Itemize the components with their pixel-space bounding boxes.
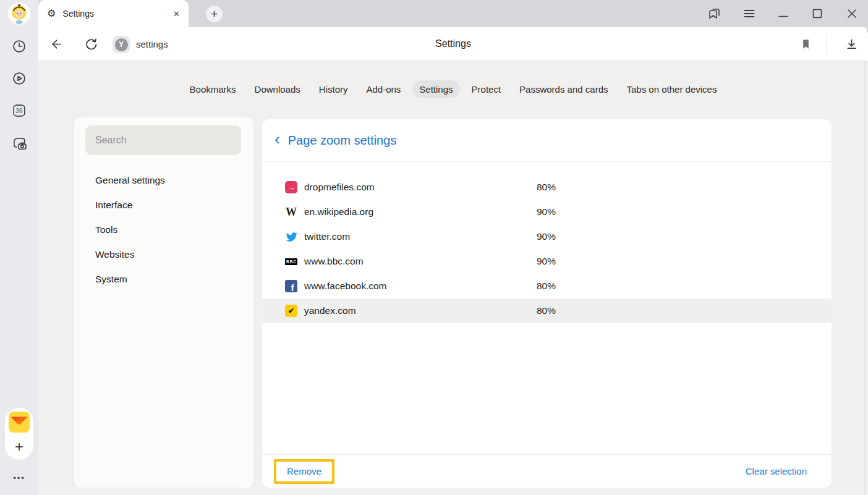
site-name: yandex.com xyxy=(304,305,356,316)
sidebar-item-system[interactable]: System xyxy=(74,267,253,292)
nav-addons[interactable]: Add-ons xyxy=(359,80,407,98)
menu-icon[interactable] xyxy=(742,6,757,21)
zoom-row-wikipedia[interactable]: W en.wikipedia.org 90% xyxy=(262,200,832,224)
site-name: twitter.com xyxy=(304,231,350,242)
sidebar-item-tools[interactable]: Tools xyxy=(74,218,253,242)
media-play-icon[interactable] xyxy=(11,70,27,87)
zoom-value: 80% xyxy=(537,305,556,316)
zoom-row-bbc[interactable]: BBC www.bbc.com 90% xyxy=(262,249,832,274)
twitter-favicon xyxy=(285,231,297,243)
dropmefiles-favicon: → xyxy=(285,181,297,193)
avatar-girl-icon xyxy=(8,2,30,25)
site-name: www.bbc.com xyxy=(304,256,364,267)
search-input[interactable] xyxy=(85,125,241,155)
history-clock-icon[interactable] xyxy=(11,38,27,54)
screenshot-icon[interactable] xyxy=(11,135,27,151)
zoom-value: 80% xyxy=(537,281,556,292)
back-chevron-icon: ‹ xyxy=(274,131,280,147)
clear-selection-button[interactable]: Clear selection xyxy=(746,466,807,476)
toolbar-separator xyxy=(827,35,827,53)
profile-avatar[interactable] xyxy=(8,2,30,25)
side-panels-icon[interactable] xyxy=(707,6,721,21)
address-bar[interactable]: settings xyxy=(136,27,168,61)
page-zoom-panel: ‹ Page zoom settings → dropmefiles.com 8… xyxy=(262,119,832,488)
zoom-row-yandex[interactable]: ✔ yandex.com 80% xyxy=(262,298,832,323)
nav-bookmarks[interactable]: Bookmarks xyxy=(183,80,243,98)
zoom-value: 90% xyxy=(537,256,556,267)
download-icon[interactable] xyxy=(845,37,859,51)
panel-back-header[interactable]: ‹ Page zoom settings xyxy=(262,119,832,162)
bbc-favicon: BBC xyxy=(285,255,297,268)
nav-protect[interactable]: Protect xyxy=(465,80,508,98)
site-name: dropmefiles.com xyxy=(304,182,375,193)
nav-downloads[interactable]: Downloads xyxy=(248,80,307,98)
reload-icon[interactable] xyxy=(84,37,98,51)
yandex-favicon: ✔ xyxy=(285,305,297,317)
zoom-row-facebook[interactable]: f www.facebook.com 80% xyxy=(262,274,832,298)
sidebar-item-interface[interactable]: Interface xyxy=(74,193,253,218)
nav-history[interactable]: History xyxy=(312,80,355,98)
tab-strip: ⚙ Settings ✕ + xyxy=(38,0,868,27)
nav-passwords[interactable]: Passwords and cards xyxy=(513,80,615,98)
svg-text:36: 36 xyxy=(15,108,23,114)
site-name: en.wikipedia.org xyxy=(304,206,373,218)
settings-nav: Bookmarks Downloads History Add-ons Sett… xyxy=(38,74,868,104)
yandex-mail-icon[interactable] xyxy=(9,412,30,433)
tab-close-icon[interactable]: ✕ xyxy=(173,9,180,19)
sidebar-apps-pill: + xyxy=(5,408,33,460)
browser-window: 36 xyxy=(0,0,868,495)
remove-button[interactable]: Remove xyxy=(287,466,321,476)
rail-more-button[interactable]: ••• xyxy=(0,473,38,483)
wikipedia-favicon: W xyxy=(285,206,297,218)
sidebar-item-websites[interactable]: Websites xyxy=(74,242,253,267)
settings-page: Bookmarks Downloads History Add-ons Sett… xyxy=(38,61,868,495)
settings-sidebar: General settings Interface Tools Website… xyxy=(74,117,253,488)
new-tab-button[interactable]: + xyxy=(206,6,223,22)
yandex-y-icon: Y xyxy=(115,38,128,51)
tab-title: Settings xyxy=(62,9,94,19)
nav-settings[interactable]: Settings xyxy=(412,80,459,98)
facebook-favicon: f xyxy=(285,280,297,292)
zoom-value: 90% xyxy=(537,231,556,242)
back-icon[interactable] xyxy=(49,37,64,51)
scrollbar-track[interactable] xyxy=(864,61,867,495)
panel-footer: Remove Clear selection xyxy=(262,454,832,488)
zoom-value: 90% xyxy=(537,206,556,218)
maximize-icon[interactable] xyxy=(810,6,825,21)
window-close-icon[interactable] xyxy=(845,6,859,21)
tab-settings[interactable]: ⚙ Settings ✕ xyxy=(38,0,189,27)
bookmark-icon[interactable] xyxy=(799,37,813,51)
search-box xyxy=(85,125,241,155)
add-shortcut-button[interactable]: + xyxy=(5,435,33,459)
zoom-row-twitter[interactable]: twitter.com 90% xyxy=(262,224,832,249)
site-badge[interactable]: Y xyxy=(113,36,130,53)
zoom-row-dropmefiles[interactable]: → dropmefiles.com 80% xyxy=(262,175,832,200)
site-name: www.facebook.com xyxy=(304,281,387,292)
toolbar: Y settings Settings xyxy=(38,27,868,61)
minimize-icon[interactable] xyxy=(776,6,791,21)
nav-other-devices[interactable]: Tabs on other devices xyxy=(620,80,724,98)
zoom-site-list: → dropmefiles.com 80% W en.wikipedia.org… xyxy=(262,162,832,323)
sidebar-item-general[interactable]: General settings xyxy=(74,168,253,193)
panel-title: Page zoom settings xyxy=(288,133,397,148)
left-rail: 36 xyxy=(0,0,38,495)
remove-button-highlight[interactable]: Remove xyxy=(274,459,334,484)
tab-counter-icon[interactable]: 36 xyxy=(11,103,27,119)
zoom-value: 80% xyxy=(537,182,556,193)
gear-icon: ⚙ xyxy=(47,9,56,19)
